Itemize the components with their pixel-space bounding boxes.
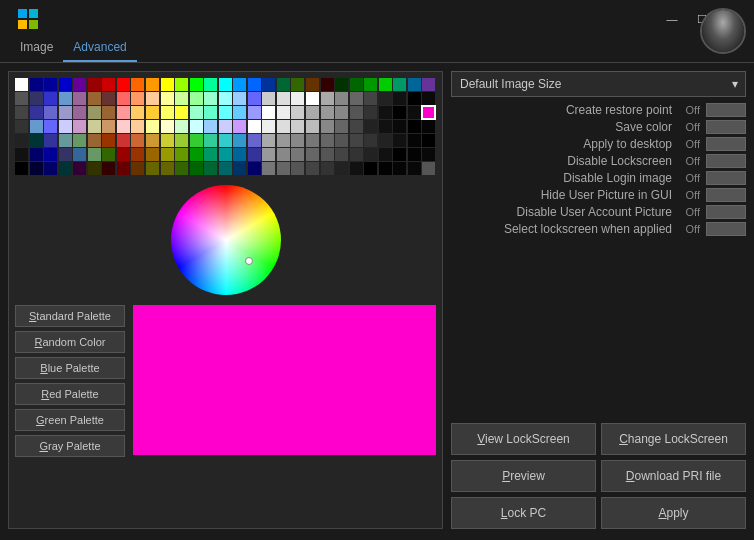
- color-cell[interactable]: [15, 148, 28, 161]
- color-cell[interactable]: [335, 162, 348, 175]
- view-lockscreen-button[interactable]: View LockScreen: [451, 423, 596, 455]
- color-cell[interactable]: [59, 106, 72, 119]
- color-cell[interactable]: [321, 106, 334, 119]
- color-cell[interactable]: [146, 92, 159, 105]
- color-cell[interactable]: [277, 148, 290, 161]
- lock-pc-button[interactable]: Lock PC: [451, 497, 596, 529]
- color-cell[interactable]: [190, 78, 203, 91]
- color-cell[interactable]: [117, 148, 130, 161]
- color-cell[interactable]: [59, 92, 72, 105]
- color-cell[interactable]: [393, 134, 406, 147]
- color-cell[interactable]: [350, 92, 363, 105]
- color-cell[interactable]: [73, 134, 86, 147]
- color-cell[interactable]: [306, 148, 319, 161]
- color-cell[interactable]: [59, 162, 72, 175]
- color-cell[interactable]: [44, 78, 57, 91]
- color-cell[interactable]: [44, 134, 57, 147]
- color-cell[interactable]: [175, 120, 188, 133]
- color-cell[interactable]: [379, 148, 392, 161]
- color-cell[interactable]: [277, 106, 290, 119]
- color-cell[interactable]: [262, 78, 275, 91]
- color-cell[interactable]: [422, 134, 435, 147]
- color-cell[interactable]: [306, 162, 319, 175]
- color-cell[interactable]: [59, 148, 72, 161]
- color-cell[interactable]: [204, 92, 217, 105]
- color-cell[interactable]: [291, 148, 304, 161]
- standard-palette-button[interactable]: Standard Palette: [15, 305, 125, 327]
- toggle-savecolor[interactable]: [706, 120, 746, 134]
- color-cell[interactable]: [393, 148, 406, 161]
- color-cell[interactable]: [102, 106, 115, 119]
- color-cell[interactable]: [190, 162, 203, 175]
- color-cell[interactable]: [131, 106, 144, 119]
- color-cell[interactable]: [233, 134, 246, 147]
- color-cell[interactable]: [190, 92, 203, 105]
- color-cell[interactable]: [262, 120, 275, 133]
- color-cell[interactable]: [73, 106, 86, 119]
- toggle-desktop[interactable]: [706, 137, 746, 151]
- color-cell[interactable]: [131, 162, 144, 175]
- image-size-dropdown[interactable]: Default Image Size: [451, 71, 746, 97]
- color-cell[interactable]: [117, 92, 130, 105]
- color-cell[interactable]: [204, 106, 217, 119]
- color-cell[interactable]: [117, 106, 130, 119]
- color-cell[interactable]: [306, 92, 319, 105]
- color-cell[interactable]: [30, 106, 43, 119]
- color-cell[interactable]: [422, 162, 435, 175]
- color-cell[interactable]: [59, 120, 72, 133]
- color-cell[interactable]: [117, 162, 130, 175]
- color-cell[interactable]: [291, 162, 304, 175]
- preview-button[interactable]: Preview: [451, 460, 596, 492]
- color-cell[interactable]: [364, 106, 377, 119]
- color-cell[interactable]: [364, 148, 377, 161]
- color-cell[interactable]: [30, 148, 43, 161]
- color-cell[interactable]: [306, 134, 319, 147]
- color-cell[interactable]: [408, 92, 421, 105]
- color-cell[interactable]: [175, 106, 188, 119]
- color-cell[interactable]: [30, 134, 43, 147]
- color-cell[interactable]: [146, 106, 159, 119]
- color-cell[interactable]: [422, 92, 435, 105]
- color-cell[interactable]: [219, 148, 232, 161]
- color-cell[interactable]: [204, 148, 217, 161]
- color-cell[interactable]: [88, 134, 101, 147]
- color-cell[interactable]: [131, 148, 144, 161]
- color-cell[interactable]: [190, 148, 203, 161]
- color-cell[interactable]: [204, 78, 217, 91]
- color-cell[interactable]: [175, 92, 188, 105]
- color-cell[interactable]: [117, 134, 130, 147]
- color-cell[interactable]: [190, 120, 203, 133]
- color-cell[interactable]: [59, 134, 72, 147]
- color-cell[interactable]: [15, 78, 28, 91]
- color-cell[interactable]: [44, 120, 57, 133]
- color-cell[interactable]: [15, 106, 28, 119]
- color-cell[interactable]: [175, 134, 188, 147]
- color-cell[interactable]: [44, 92, 57, 105]
- color-cell[interactable]: [219, 134, 232, 147]
- color-cell[interactable]: [88, 162, 101, 175]
- color-cell[interactable]: [233, 78, 246, 91]
- color-cell[interactable]: [393, 78, 406, 91]
- color-cell[interactable]: [291, 106, 304, 119]
- color-cell[interactable]: [350, 148, 363, 161]
- color-cell[interactable]: [102, 120, 115, 133]
- color-cell[interactable]: [15, 134, 28, 147]
- color-cell[interactable]: [233, 120, 246, 133]
- color-cell[interactable]: [44, 148, 57, 161]
- toggle-lockscreen[interactable]: [706, 154, 746, 168]
- color-cell[interactable]: [321, 162, 334, 175]
- color-cell[interactable]: [350, 120, 363, 133]
- color-cell[interactable]: [306, 120, 319, 133]
- color-cell[interactable]: [73, 92, 86, 105]
- red-palette-button[interactable]: Red Palette: [15, 383, 125, 405]
- color-cell[interactable]: [379, 134, 392, 147]
- color-cell[interactable]: [102, 134, 115, 147]
- color-cell[interactable]: [262, 162, 275, 175]
- color-cell[interactable]: [335, 148, 348, 161]
- color-cell[interactable]: [175, 78, 188, 91]
- color-cell[interactable]: [219, 106, 232, 119]
- color-cell[interactable]: [88, 106, 101, 119]
- color-cell[interactable]: [233, 162, 246, 175]
- color-cell[interactable]: [350, 162, 363, 175]
- color-cell[interactable]: [350, 78, 363, 91]
